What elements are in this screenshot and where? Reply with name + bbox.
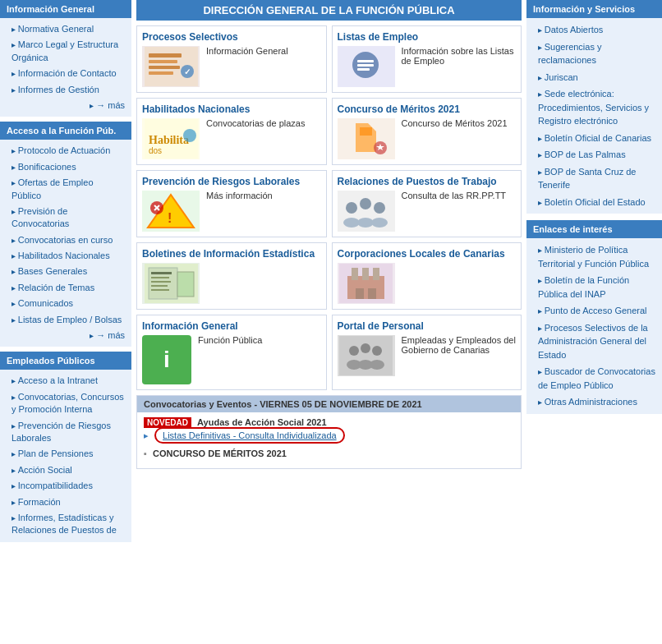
right-item-procesos-selectivos-estado[interactable]: Procesos Selectivos de la Administración…: [526, 320, 662, 364]
svg-point-52: [372, 346, 382, 356]
thumb-portal: [338, 335, 395, 376]
right-item-bop-palmas[interactable]: BOP de Las Palmas: [526, 146, 662, 163]
right-item-punto-acceso[interactable]: Punto de Acceso General: [526, 302, 662, 320]
thumb-habilitados: Habilita dos: [142, 118, 200, 159]
right-item-sugerencias[interactable]: Sugerencias y reclamaciones: [526, 39, 662, 69]
grid-row-1: Procesos Selectivos ✓ Informa: [136, 25, 522, 93]
events-header: Convocatorias y Eventos - VIERNES 05 DE …: [137, 396, 521, 412]
grid-row-5: Información General i Función Pública Po…: [136, 315, 522, 390]
svg-text:!: !: [168, 211, 172, 225]
sidebar-links-info-general: Normativa General Marco Legal y Estructu…: [0, 18, 131, 117]
svg-text:Habilita: Habilita: [149, 134, 189, 146]
grid-row-3: Prevención de Riesgos Laborales ! Más in…: [136, 170, 522, 237]
sidebar-item-relacion-temas[interactable]: Relación de Temas: [0, 280, 131, 296]
grid-portal-personal: Portal de Personal Empleadas: [332, 315, 522, 390]
sidebar-item-informes-estadisticas[interactable]: Informes, Estadísticas y Relaciones de P…: [0, 510, 131, 539]
right-header-info-servicios: Información y Servicios: [526, 0, 662, 18]
link-concurso-meritos[interactable]: Concurso de Méritos 2021: [338, 104, 460, 115]
svg-point-30: [374, 202, 385, 214]
sidebar-item-informes-gestion[interactable]: Informes de Gestión: [0, 82, 131, 98]
right-item-buscador[interactable]: Buscador de Convocatorias de Empleo Públ…: [526, 363, 662, 393]
thumb-concurso: [338, 118, 395, 159]
sidebar-more-info-general[interactable]: → más: [0, 98, 131, 113]
sidebar-item-accion-social[interactable]: Acción Social: [0, 462, 131, 478]
sidebar-item-formacion[interactable]: Formación: [0, 494, 131, 510]
sidebar-item-intranet[interactable]: Acceso a la Intranet: [0, 373, 131, 389]
right-item-boletin-inap[interactable]: Boletín de la Función Pública del INAP: [526, 272, 662, 302]
bullet-icon: ▸: [144, 430, 149, 440]
sidebar-item-habilitados-nacionales[interactable]: Habilitados Nacionales: [0, 248, 131, 264]
sidebar-more-acceso[interactable]: → más: [0, 328, 131, 343]
sidebar-item-prevision[interactable]: Previsión de Convocatorias: [0, 204, 131, 232]
right-item-otras-admin[interactable]: Otras Administraciones: [526, 393, 662, 411]
sidebar-links-empleados: Acceso a la Intranet Convocatorias, Conc…: [0, 370, 131, 541]
right-header-enlaces: Enlaces de interés: [526, 220, 662, 238]
grid-info-general-main: Información General i Función Pública: [136, 315, 327, 390]
portal-content: Empleadas y Empleados del Gobierno de Ca…: [338, 335, 517, 376]
link-procesos-selectivos[interactable]: Procesos Selectivos: [142, 31, 238, 43]
procesos-content: ✓ Información General: [142, 46, 321, 87]
sidebar-item-prevencion-riesgos[interactable]: Prevención de Riesgos Laborales: [0, 418, 131, 447]
sidebar-header-empleados: Empleados Públicos: [0, 352, 131, 370]
right-item-boe[interactable]: Boletín Oficial del Estado: [526, 194, 662, 211]
grid-corporaciones: Corporaciones Locales de Canarias: [332, 242, 522, 310]
sidebar-item-marco-legal[interactable]: Marco Legal y Estructura Orgánica: [0, 37, 131, 66]
right-item-juriscan[interactable]: Juriscan: [526, 69, 662, 86]
thumb-procesos-selectivos: ✓: [142, 46, 200, 87]
link-corporaciones[interactable]: Corporaciones Locales de Canarias: [338, 248, 505, 260]
portal-desc: Empleadas y Empleados del Gobierno de Ca…: [402, 335, 517, 355]
link-info-general-main[interactable]: Información General: [142, 320, 238, 332]
svg-text:dos: dos: [149, 146, 162, 155]
svg-rect-11: [357, 68, 370, 71]
relaciones-content: Consulta de las RR.PP.TT: [338, 191, 517, 232]
svg-rect-10: [357, 64, 374, 67]
sidebar-item-convocatorias-concursos[interactable]: Convocatorias, Concursos y Promoción Int…: [0, 389, 131, 418]
svg-point-29: [360, 198, 371, 209]
sidebar-item-incompatibilidades[interactable]: Incompatibilidades: [0, 478, 131, 494]
main-content: DIRECCIÓN GENERAL DE LA FUNCIÓN PÚBLICA …: [131, 0, 526, 644]
event-concurso-meritos: ▪ CONCURSO DE MÉRITOS 2021: [144, 448, 514, 458]
right-item-boc[interactable]: Boletín Oficial de Canarias: [526, 130, 662, 147]
sidebar-item-info-contacto[interactable]: Información de Contacto: [0, 66, 131, 81]
event-concurso-title: CONCURSO DE MÉRITOS 2021: [153, 448, 287, 458]
link-relaciones-puestos[interactable]: Relaciones de Puestos de Trabajo: [338, 176, 497, 187]
infogeneral-content: i Función Pública: [142, 335, 321, 384]
right-section-enlaces: Enlaces de interés Ministerio de Polític…: [526, 220, 662, 414]
corporaciones-content: [338, 263, 517, 304]
right-item-ministerio[interactable]: Ministerio de Política Territorial y Fun…: [526, 242, 662, 272]
sidebar-item-bases-generales[interactable]: Bases Generales: [0, 264, 131, 279]
link-habilitados[interactable]: Habilitados Nacionales: [142, 104, 250, 115]
link-prevencion[interactable]: Prevención de Riesgos Laborales: [142, 176, 300, 187]
link-boletines[interactable]: Boletines de Información Estadística: [142, 248, 315, 260]
prevencion-content: ! Más información: [142, 191, 321, 232]
relaciones-desc: Consulta de las RR.PP.TT: [402, 191, 507, 200]
sidebar-item-listas-empleo[interactable]: Listas de Empleo / Bolsas: [0, 312, 131, 328]
sidebar-item-bonificaciones[interactable]: Bonificaciones: [0, 159, 131, 175]
svg-point-28: [346, 202, 357, 214]
grid-row-2: Habilitados Nacionales Habilita dos Conv…: [136, 98, 522, 165]
link-portal-personal[interactable]: Portal de Personal: [338, 320, 424, 332]
svg-point-55: [370, 360, 384, 370]
thumb-relaciones: [338, 191, 395, 232]
grid-procesos-selectivos: Procesos Selectivos ✓ Informa: [136, 25, 327, 93]
sidebar-section-acceso-funcion: Acceso a la Función Púb. Protocolo de Ac…: [0, 122, 131, 347]
sidebar-item-normativa[interactable]: Normativa General: [0, 21, 131, 37]
svg-point-33: [371, 218, 388, 228]
grid-concurso-meritos: Concurso de Méritos 2021 Concurso de Mér…: [332, 98, 522, 165]
concurso-content: Concurso de Méritos 2021: [338, 118, 517, 159]
thumb-prevencion: !: [142, 191, 200, 232]
link-listas-empleo[interactable]: Listas de Empleo: [338, 31, 419, 43]
habilitados-desc: Convocatorias de plazas: [206, 118, 305, 128]
sidebar-item-comunicados[interactable]: Comunicados: [0, 296, 131, 311]
svg-point-51: [361, 343, 370, 353]
sidebar-item-ofertas-empleo[interactable]: Ofertas de Empleo Público: [0, 175, 131, 204]
events-section: Convocatorias y Eventos - VIERNES 05 DE …: [136, 395, 522, 469]
right-item-sede-electronica[interactable]: Sede electrónica: Procedimientos, Servic…: [526, 85, 662, 130]
sidebar-item-protocolo[interactable]: Protocolo de Actuación: [0, 143, 131, 159]
right-item-bop-tenerife[interactable]: BOP de Santa Cruz de Tenerife: [526, 163, 662, 194]
sidebar-item-plan-pensiones[interactable]: Plan de Pensiones: [0, 446, 131, 462]
concurso-desc: Concurso de Méritos 2021: [402, 118, 508, 128]
event-accion-social-link[interactable]: Listas Definitivas - Consulta Individual…: [154, 427, 345, 444]
sidebar-item-convocatorias-curso[interactable]: Convocatorias en curso: [0, 232, 131, 248]
right-item-datos-abiertos[interactable]: Datos Abiertos: [526, 21, 662, 39]
